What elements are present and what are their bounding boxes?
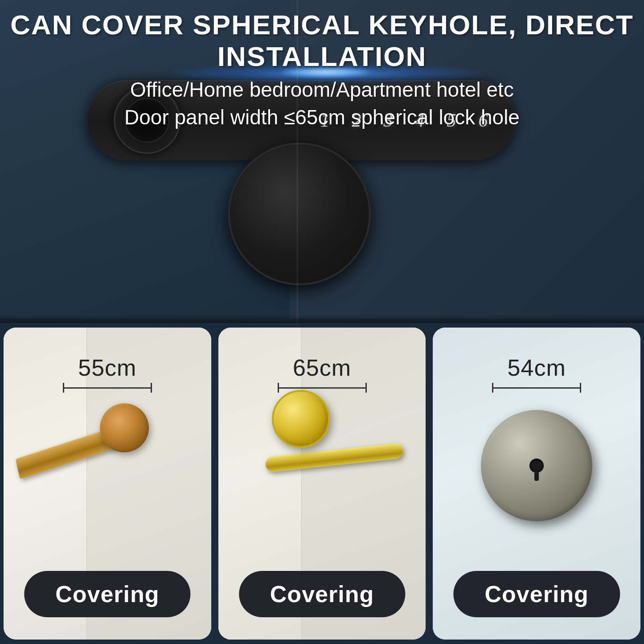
- bronze-handle-group: [21, 381, 193, 550]
- header-text: CAN COVER SPHERICAL KEYHOLE, DIRECT INST…: [0, 9, 644, 129]
- knob-group: [433, 372, 640, 559]
- sphere-knob: [481, 410, 592, 521]
- gold-handle-group: [232, 372, 413, 550]
- lock-handle-base: [228, 143, 370, 285]
- product-card-bronze: 55cm Covering: [4, 328, 211, 640]
- bottom-section: 55cm Covering 65cm: [0, 319, 644, 644]
- rose-plate-gold: [272, 390, 330, 448]
- covering-badge-1: Covering: [24, 571, 190, 617]
- covering-badge-2: Covering: [239, 571, 405, 617]
- rose-plate-bronze: [100, 403, 149, 452]
- sub-title-2: Door panel width ≤65cm spherical lock ho…: [0, 105, 644, 129]
- page-container: CAN COVER SPHERICAL KEYHOLE, DIRECT INST…: [0, 0, 644, 644]
- measure-value-1: 55cm: [78, 354, 136, 381]
- sphere-keyhole: [529, 459, 544, 473]
- top-section: CAN COVER SPHERICAL KEYHOLE, DIRECT INST…: [0, 0, 644, 325]
- sub-title-1: Office/Home bedroom/Apartment hotel etc: [0, 78, 644, 102]
- product-card-gold: 65cm Covering: [218, 328, 426, 640]
- covering-badge-3: Covering: [453, 571, 619, 617]
- main-title: CAN COVER SPHERICAL KEYHOLE, DIRECT INST…: [0, 9, 644, 72]
- section-separator: [0, 314, 644, 323]
- lever-arm-gold: [265, 443, 404, 472]
- product-card-knob: 54cm Covering: [433, 328, 640, 640]
